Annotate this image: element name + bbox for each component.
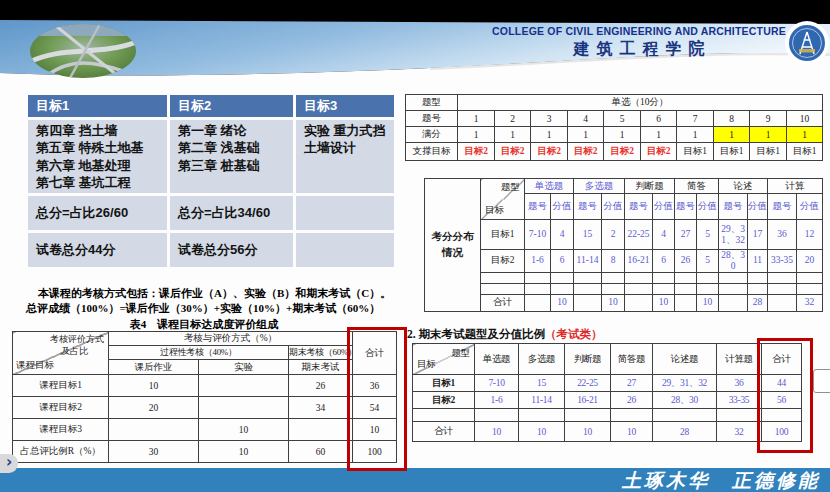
cell: 6 xyxy=(551,250,574,273)
group-header: 计算 xyxy=(768,179,823,194)
empty-row-label xyxy=(481,272,525,283)
cell xyxy=(675,272,697,283)
cell: 1 xyxy=(568,127,604,143)
next-arrow-button[interactable]: › xyxy=(0,454,18,473)
cell xyxy=(719,294,748,311)
exam-type-score-table: 题型 目标 单选题 多选题 判断题 简答题 论述题 计算题 合计 目标1 7-1… xyxy=(412,343,802,442)
cell: 28 xyxy=(653,422,717,442)
assessment-description: 本课程的考核方式包括：课后作业（A）、实验（B）和期末考试（C）。 总评成绩（1… xyxy=(14,286,410,316)
row-label: 题型 xyxy=(406,95,458,111)
cropped-box-right-edge xyxy=(813,369,830,393)
cell: 1 xyxy=(677,127,714,143)
row-label: 目标2 xyxy=(413,392,475,409)
cell: 27 xyxy=(611,375,653,392)
goal-2-ratio: 总分=占比34/60 xyxy=(170,196,293,230)
total-cell: 44 xyxy=(762,375,802,392)
cell xyxy=(697,283,719,294)
cell: 33-35 xyxy=(768,250,797,273)
cell: 20 xyxy=(109,397,199,419)
total-column-header: 合计 xyxy=(353,332,397,375)
diagonal-bottom-label: 目标 xyxy=(485,205,504,216)
sub-header: 题号 xyxy=(525,194,551,220)
cell xyxy=(748,272,768,283)
goal-3-chapters: 实验 重力式挡土墙设计 xyxy=(296,120,394,193)
sub-header: 分值 xyxy=(602,194,625,220)
cell xyxy=(797,283,823,294)
cell: 7-10 xyxy=(525,220,551,250)
row-label: 目标2 xyxy=(481,250,525,273)
row-label: 题号 xyxy=(406,111,458,127)
question-type-header: 单选（10分） xyxy=(458,95,823,111)
cell: 8 xyxy=(714,111,750,127)
assessment-line-1: 本课程的考核方式包括：课后作业（A）、实验（B）和期末考试（C）。 xyxy=(14,286,410,301)
diagonal-mid-label: 及占比 xyxy=(61,345,88,358)
goal-1-paper-score: 试卷总分44分 xyxy=(28,233,167,267)
target-cell: 目标2 xyxy=(568,143,604,161)
total-column-header: 合计 xyxy=(762,344,802,375)
cell xyxy=(653,283,675,294)
cell xyxy=(625,272,653,283)
exam-title-text: 2. 期末考试题型及分值比例 xyxy=(407,328,545,340)
cell: 4 xyxy=(551,220,574,250)
row-label: 合计 xyxy=(481,294,525,311)
group-header: 单选题 xyxy=(525,179,574,194)
cell xyxy=(675,294,697,311)
cell: 60 xyxy=(289,441,353,463)
cell xyxy=(611,409,653,422)
goal-2-paper-score: 试卷总分56分 xyxy=(170,233,293,267)
target-cell: 目标1 xyxy=(787,143,823,161)
cell: 30 xyxy=(109,441,199,463)
cell: 28、30 xyxy=(719,250,748,273)
target-cell: 目标1 xyxy=(677,143,714,161)
cell xyxy=(289,419,353,441)
cell: 27 xyxy=(675,220,697,250)
course-goals-table: 目标1 目标2 目标3 第四章 挡土墙 第五章 特殊土地基 第六章 地基处理 第… xyxy=(25,92,397,270)
cell: 22-25 xyxy=(565,375,611,392)
cell xyxy=(762,409,802,422)
goal-1-chapters: 第四章 挡土墙 第五章 特殊土地基 第六章 地基处理 第七章 基坑工程 xyxy=(28,120,167,193)
side-label: 考分分布 情况 xyxy=(425,179,481,312)
sub-header: 题号 xyxy=(719,194,748,220)
college-name-en: COLLEGE OF CIVIL ENGINEERING AND ARCHITE… xyxy=(476,25,802,37)
row-label: 支撑目标 xyxy=(406,143,458,161)
cell: 1-6 xyxy=(475,392,519,409)
cell: 10 xyxy=(551,294,574,311)
cell xyxy=(199,397,289,419)
college-motto: 土琢木华 正德修能 xyxy=(622,468,820,492)
header-banner: COLLEGE OF CIVIL ENGINEERING AND ARCHITE… xyxy=(0,0,830,84)
sub-header: 分值 xyxy=(748,194,768,220)
cell: 8 xyxy=(602,250,625,273)
goal-3-ratio xyxy=(296,196,394,230)
cell: 6 xyxy=(641,111,677,127)
presentation-slide: COLLEGE OF CIVIL ENGINEERING AND ARCHITE… xyxy=(0,0,830,492)
cell: 10 xyxy=(475,422,519,442)
cell xyxy=(551,283,574,294)
cell: 2 xyxy=(602,220,625,250)
diagonal-bottom-label: 课程目标 xyxy=(16,359,54,372)
col-header: 简答题 xyxy=(611,344,653,375)
evaluation-composition-table: 考核评价方式 及占比 课程目标 考核与评价方式（%） 合计 过程性考核（40%）… xyxy=(12,331,397,463)
cell: 33-35 xyxy=(717,392,762,409)
cell xyxy=(551,272,574,283)
total-cell: 54 xyxy=(353,397,397,419)
empty-row-label xyxy=(481,283,525,294)
cell: 10 xyxy=(199,441,289,463)
cell: 10 xyxy=(565,422,611,442)
cell: 10 xyxy=(787,111,823,127)
cell: 10 xyxy=(199,419,289,441)
row-label: 目标1 xyxy=(413,375,475,392)
cell: 20 xyxy=(797,250,823,273)
cell: 1 xyxy=(604,127,641,143)
cell: 1 xyxy=(458,127,495,143)
highlighted-cell: 1 xyxy=(787,127,823,143)
diagonal-header: 题型 目标 xyxy=(413,344,475,375)
cell: 1 xyxy=(458,111,495,127)
target-cell: 目标1 xyxy=(714,143,750,161)
cell: 11 xyxy=(748,250,768,273)
cell: 5 xyxy=(604,111,641,127)
diagonal-header: 题型 目标 xyxy=(481,179,525,220)
cell xyxy=(475,409,519,422)
cell: 10 xyxy=(109,375,199,397)
cell: 12 xyxy=(797,220,823,250)
cell xyxy=(697,272,719,283)
